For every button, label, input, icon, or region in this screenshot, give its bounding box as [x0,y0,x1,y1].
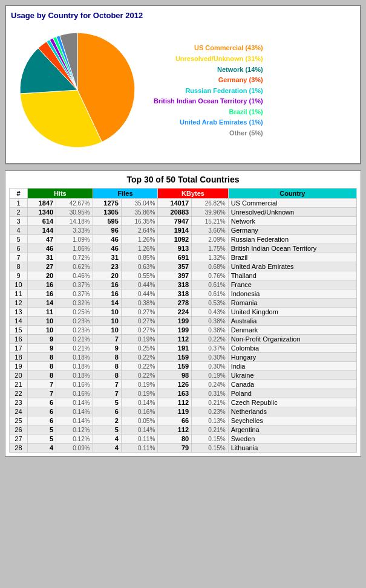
row-country: Czech Republic [228,398,356,407]
row-num: 22 [10,389,28,398]
row-hits-val: 8 [27,371,56,380]
row-hits-pct: 0.12% [56,435,93,444]
row-kb-pct: 0.22% [192,335,229,344]
table-row: 15100.23%100.27%1990.38%Denmark [10,326,357,335]
row-files-pct: 0.14% [121,398,158,407]
row-hits-pct: 0.37% [56,289,93,299]
row-kb-val: 163 [158,389,192,398]
legend-item: British Indian Ocean Territory (1%) [154,96,263,107]
row-files-pct: 0.22% [121,353,158,362]
row-files-pct: 0.19% [121,380,158,389]
table-row: 2170.16%70.19%1260.24%Canada [10,380,357,389]
row-files-pct: 0.63% [121,262,158,271]
row-kb-val: 1914 [158,226,192,235]
row-hits-pct: 0.12% [56,425,93,435]
row-hits-val: 10 [27,326,56,335]
table-row: 11160.37%160.44%3180.61%Indonesia [10,289,357,299]
row-num: 3 [10,217,28,226]
legend-item: Germany (3%) [154,75,263,86]
row-kb-val: 66 [158,416,192,425]
row-num: 27 [10,435,28,444]
row-files-val: 46 [93,244,121,253]
row-kb-val: 80 [158,435,192,444]
row-hits-val: 20 [27,271,56,280]
row-kb-pct: 0.53% [192,299,229,308]
table-row: 10160.37%160.44%3180.61%France [10,280,357,289]
row-files-pct: 0.27% [121,317,158,326]
table-row: 12140.32%140.38%2780.53%Romania [10,299,357,308]
row-kb-val: 112 [158,398,192,407]
row-hits-val: 6 [27,416,56,425]
row-hits-val: 5 [27,425,56,435]
row-hits-val: 4 [27,444,56,453]
legend-item: Russian Federation (1%) [154,86,263,97]
row-country: Unresolved/Unknown [228,208,356,217]
row-country: Non-Profit Organization [228,335,356,344]
col-header-hits: Hits [27,189,93,199]
row-files-val: 4 [93,444,121,453]
row-kb-val: 112 [158,335,192,344]
row-kb-pct: 0.23% [192,407,229,416]
table-row: 9200.46%200.55%3970.76%Thailand [10,271,357,280]
row-country: Argentina [228,425,356,435]
row-kb-pct: 1.75% [192,244,229,253]
row-country: Germany [228,226,356,235]
row-num: 7 [10,253,28,262]
row-kb-pct: 0.15% [192,444,229,453]
row-kb-pct: 15.21% [192,217,229,226]
row-files-pct: 0.27% [121,326,158,335]
row-files-pct: 2.64% [121,226,158,235]
row-hits-pct: 0.14% [56,398,93,407]
row-files-val: 6 [93,407,121,416]
row-hits-val: 614 [27,217,56,226]
table-row: 1880.18%80.22%1590.30%Hungary [10,353,357,362]
row-hits-pct: 0.21% [56,344,93,353]
row-num: 25 [10,416,28,425]
row-kb-val: 159 [158,353,192,362]
row-country: France [228,280,356,289]
row-files-val: 20 [93,271,121,280]
row-kb-pct: 0.24% [192,380,229,389]
chart-title: Usage by Country for October 2012 [11,11,355,20]
row-kb-pct: 0.21% [192,425,229,435]
row-num: 10 [10,280,28,289]
row-hits-pct: 0.23% [56,326,93,335]
row-hits-val: 31 [27,253,56,262]
row-hits-val: 7 [27,380,56,389]
row-files-val: 23 [93,262,121,271]
row-kb-val: 278 [158,299,192,308]
row-files-val: 7 [93,389,121,398]
row-files-pct: 0.16% [121,407,158,416]
row-files-pct: 0.25% [121,344,158,353]
table-row: 8270.62%230.63%3570.68%United Arab Emira… [10,262,357,271]
row-files-val: 96 [93,226,121,235]
row-files-pct: 35.04% [121,199,158,208]
row-hits-pct: 0.62% [56,262,93,271]
row-num: 16 [10,335,28,344]
row-hits-val: 6 [27,407,56,416]
row-kb-pct: 1.32% [192,253,229,262]
row-hits-val: 11 [27,308,56,317]
row-num: 8 [10,262,28,271]
row-hits-val: 16 [27,289,56,299]
row-kb-val: 14017 [158,199,192,208]
row-num: 5 [10,235,28,244]
row-kb-val: 79 [158,444,192,453]
table-row: 2080.18%80.22%980.19%Ukraine [10,371,357,380]
table-row: 2270.16%70.19%1630.31%Poland [10,389,357,398]
row-hits-val: 10 [27,317,56,326]
row-country: United Arab Emirates [228,262,356,271]
row-files-val: 7 [93,380,121,389]
row-kb-val: 318 [158,280,192,289]
row-kb-pct: 0.21% [192,398,229,407]
chart-legend: US Commercial (43%)Unresolved/Unknown (3… [154,43,263,138]
table-row: 13110.25%100.27%2240.43%United Kingdom [10,308,357,317]
row-kb-pct: 0.61% [192,280,229,289]
row-hits-val: 47 [27,235,56,244]
row-kb-pct: 26.82% [192,199,229,208]
row-kb-val: 7947 [158,217,192,226]
row-country: Sweden [228,435,356,444]
row-num: 18 [10,353,28,362]
row-hits-pct: 1.09% [56,235,93,244]
row-kb-val: 357 [158,262,192,271]
